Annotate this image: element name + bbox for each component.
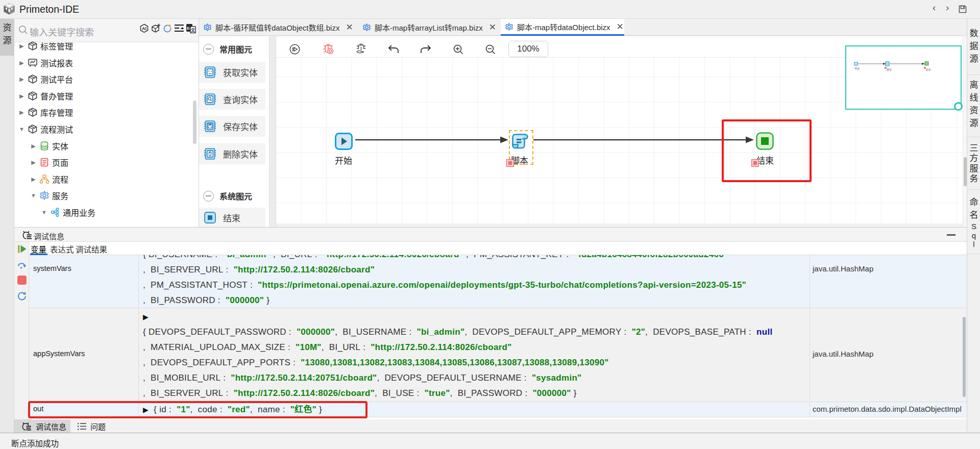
svg-text:AI: AI: [142, 26, 146, 31]
svg-text:结束: 结束: [926, 68, 931, 71]
svg-text:脚本: 脚本: [887, 68, 892, 71]
svg-text:文: 文: [191, 28, 195, 33]
svg-text:开始: 开始: [854, 67, 860, 70]
